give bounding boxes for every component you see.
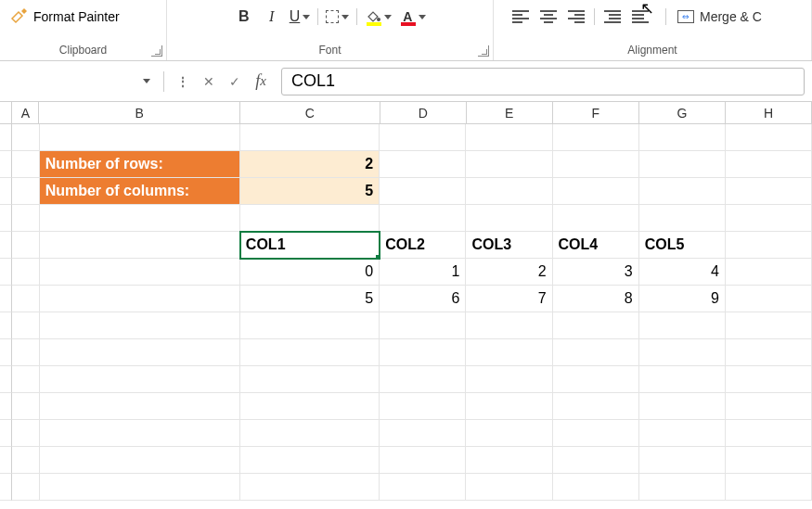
cell[interactable] [240,393,380,420]
underline-button[interactable]: U [290,6,311,27]
cell-header-col2[interactable]: COL2 [380,232,466,259]
cell[interactable] [726,393,812,420]
cell[interactable] [553,151,639,178]
col-header[interactable]: C [240,102,380,123]
cell-cols-value[interactable]: 5 [240,178,380,205]
cell[interactable] [553,474,639,501]
col-header[interactable]: A [12,102,39,123]
enter-formula-button[interactable]: ✓ [224,70,246,93]
cell[interactable] [639,205,726,232]
cell[interactable] [726,151,812,178]
cell[interactable] [553,420,639,447]
row-header[interactable] [0,259,12,286]
cell[interactable] [12,312,39,339]
cell[interactable] [240,205,380,232]
cell[interactable] [380,178,466,205]
row-header[interactable] [0,339,12,366]
row-header[interactable] [0,232,12,259]
decrease-indent-button[interactable] [602,6,623,27]
increase-indent-button[interactable] [630,6,651,27]
row-header[interactable] [0,151,12,178]
cell-data[interactable]: 8 [553,286,639,312]
cell[interactable] [12,286,39,312]
align-center-button[interactable] [538,6,559,27]
row-header[interactable] [0,366,12,393]
cell[interactable] [726,178,812,205]
clipboard-dialog-launcher[interactable] [151,45,162,57]
col-header[interactable]: E [467,102,553,123]
col-header[interactable]: F [553,102,639,123]
insert-function-button[interactable]: fx [250,70,272,93]
borders-button[interactable] [326,6,349,27]
cell[interactable] [380,474,466,501]
cell[interactable] [240,312,380,339]
col-header[interactable]: B [39,102,240,123]
cell[interactable] [240,339,380,366]
cell[interactable] [639,447,726,474]
cell[interactable] [553,393,639,420]
cell[interactable] [380,205,466,232]
cell-header-col1[interactable]: COL1 [240,232,380,259]
cell[interactable] [639,312,726,339]
col-header[interactable]: H [726,102,812,123]
cell[interactable] [553,205,639,232]
cell-cols-label[interactable]: Number of columns: [40,178,240,205]
cell[interactable] [380,393,466,420]
cancel-formula-button[interactable]: ✕ [198,70,220,93]
cell[interactable] [466,474,552,501]
font-dialog-launcher[interactable] [478,45,489,57]
cell[interactable] [12,205,39,232]
cell[interactable] [639,124,726,151]
cell-rows-label[interactable]: Number of rows: [40,151,240,178]
cell[interactable] [639,151,726,178]
cell-data[interactable]: 4 [639,259,726,286]
name-box[interactable] [7,69,156,95]
cell[interactable] [12,447,39,474]
cell[interactable] [12,393,39,420]
cell[interactable] [466,151,552,178]
col-header[interactable]: D [380,102,467,123]
cell[interactable] [639,178,726,205]
cell[interactable] [240,474,380,501]
cell[interactable] [466,178,552,205]
cell-rows-value[interactable]: 2 [240,151,380,178]
row-header[interactable] [0,124,12,151]
cell[interactable] [40,286,240,312]
cell-data[interactable]: 7 [466,286,552,312]
cell[interactable] [12,151,39,178]
cell[interactable] [240,366,380,393]
cell[interactable] [40,474,240,501]
cell[interactable] [40,205,240,232]
row-header[interactable] [0,205,12,232]
cell-data[interactable]: 5 [240,286,380,312]
align-left-button[interactable] [510,6,531,27]
cell[interactable] [726,312,812,339]
cell[interactable] [466,366,552,393]
col-header[interactable]: G [639,102,726,123]
cell[interactable] [553,178,639,205]
cell[interactable] [726,366,812,393]
fill-color-button[interactable] [365,6,392,27]
cell[interactable] [40,259,240,286]
bold-button[interactable]: B [234,6,254,27]
cell[interactable] [726,286,812,312]
cell[interactable] [380,420,466,447]
cell[interactable] [240,447,380,474]
cell-data[interactable]: 6 [380,286,466,312]
cell[interactable] [40,232,240,259]
cell[interactable] [380,124,466,151]
cell[interactable] [553,312,639,339]
cell[interactable] [40,420,240,447]
cell[interactable] [466,420,552,447]
cell-data[interactable]: 3 [553,259,639,286]
cell-header-col3[interactable]: COL3 [466,232,552,259]
cell[interactable] [12,339,39,366]
cell[interactable] [380,366,466,393]
cell[interactable] [466,393,552,420]
cell[interactable] [639,339,726,366]
cell[interactable] [380,339,466,366]
cell[interactable] [726,124,812,151]
cell[interactable] [466,205,552,232]
row-header[interactable] [0,286,12,312]
cell[interactable] [726,339,812,366]
